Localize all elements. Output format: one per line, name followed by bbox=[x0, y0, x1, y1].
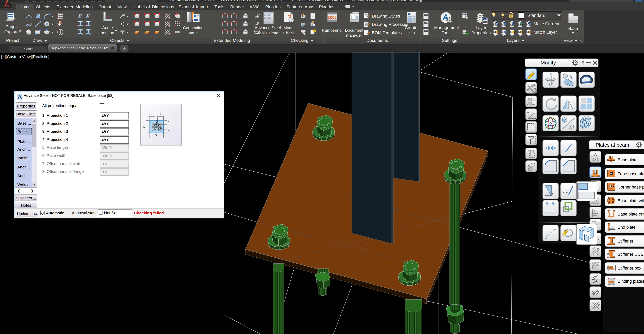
svg-text:DXF: DXF bbox=[424, 22, 429, 24]
svg-text:Tool Palette: Tool Palette bbox=[257, 31, 278, 35]
svg-text:8.: 8. bbox=[161, 126, 163, 129]
svg-text:Match Layer: Match Layer bbox=[534, 30, 557, 35]
svg-text:BOM Templates: BOM Templates bbox=[372, 30, 402, 35]
svg-text:NC: NC bbox=[424, 30, 428, 32]
svg-text:Layer: Layer bbox=[476, 25, 486, 30]
svg-text:Numbering: Numbering bbox=[322, 28, 342, 32]
svg-text:section: section bbox=[101, 31, 114, 35]
svg-text:Advance Steel: Advance Steel bbox=[255, 26, 281, 30]
svg-text:N: N bbox=[60, 30, 61, 32]
svg-text:Check: Check bbox=[283, 31, 295, 35]
svg-text:Management: Management bbox=[434, 25, 459, 30]
svg-text:Document: Document bbox=[345, 28, 363, 32]
svg-text:!: ! bbox=[314, 30, 315, 33]
svg-text:2.: 2. bbox=[151, 112, 153, 116]
svg-text:lists: lists bbox=[408, 31, 415, 35]
svg-text:Modify: Modify bbox=[540, 60, 556, 66]
svg-text:Project: Project bbox=[6, 24, 19, 29]
svg-text:Explorer: Explorer bbox=[4, 30, 20, 34]
svg-text:Connection: Connection bbox=[183, 26, 204, 30]
svg-text:Create: Create bbox=[405, 25, 418, 30]
svg-text:Make Current: Make Current bbox=[534, 22, 559, 26]
svg-text:1000: 1000 bbox=[328, 15, 337, 20]
svg-text:vault: vault bbox=[189, 31, 198, 35]
svg-text:Angle: Angle bbox=[102, 25, 113, 30]
svg-text:3.: 3. bbox=[168, 130, 170, 133]
svg-text:?: ? bbox=[312, 14, 314, 18]
svg-text:1.: 1. bbox=[160, 112, 162, 116]
svg-text:6.: 6. bbox=[143, 125, 146, 128]
svg-text:Tools: Tools bbox=[442, 31, 451, 35]
svg-text:manager: manager bbox=[346, 33, 362, 38]
svg-text:7.: 7. bbox=[156, 119, 158, 122]
svg-text:Drawing Styles: Drawing Styles bbox=[372, 14, 400, 19]
svg-text:Base: Base bbox=[568, 26, 578, 31]
svg-text:Model: Model bbox=[284, 26, 294, 30]
svg-text:5.: 5. bbox=[155, 134, 158, 137]
svg-text:NC: NC bbox=[424, 14, 428, 17]
svg-text:4.: 4. bbox=[168, 120, 170, 123]
svg-text:Standard: Standard bbox=[528, 13, 545, 18]
svg-text:Properties: Properties bbox=[472, 31, 491, 35]
